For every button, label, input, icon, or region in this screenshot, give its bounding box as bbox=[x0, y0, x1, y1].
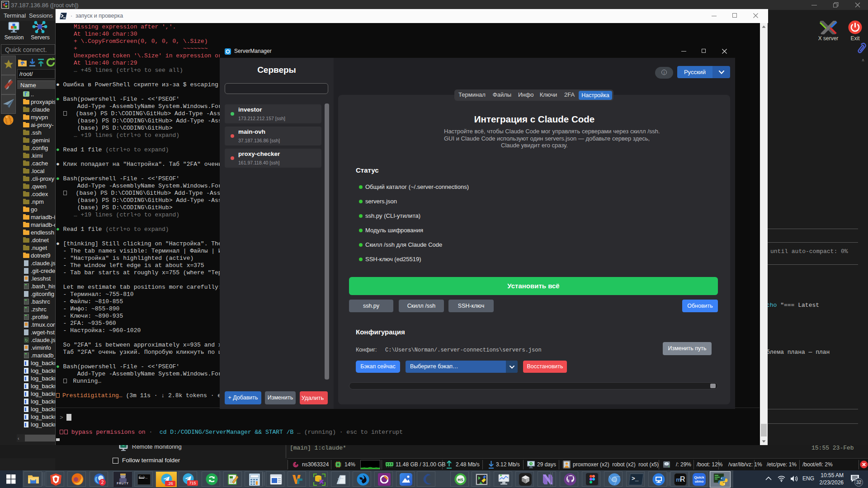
svg-text:HS: HS bbox=[458, 478, 463, 482]
